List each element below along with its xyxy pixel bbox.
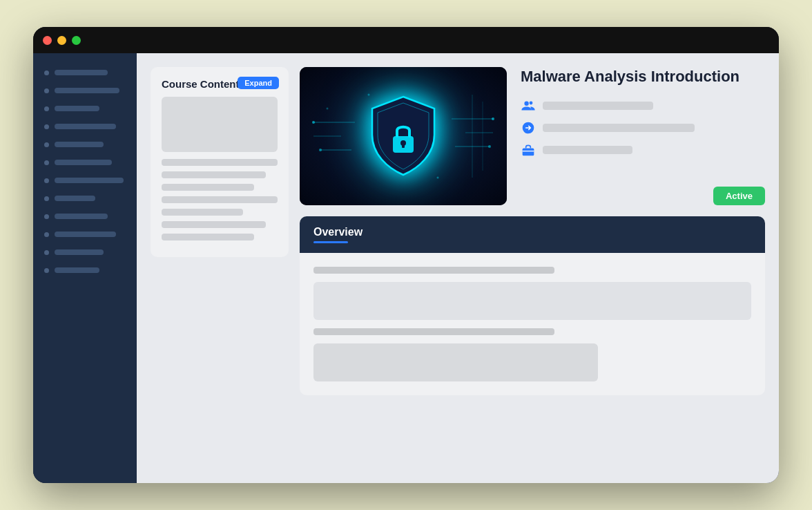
svg-point-3	[312, 121, 315, 124]
titlebar	[33, 27, 779, 53]
sidebar-item[interactable]	[44, 229, 126, 240]
sidebar-item[interactable]	[44, 121, 126, 132]
sidebar-line	[55, 196, 95, 201]
sidebar-item[interactable]	[44, 175, 126, 186]
sidebar-dot	[44, 196, 49, 201]
sidebar-item[interactable]	[44, 247, 126, 258]
content-placeholder-large	[162, 97, 278, 152]
main-content: Course Content Expand	[137, 53, 779, 483]
sidebar-dot	[44, 268, 49, 273]
overview-text-line	[313, 267, 554, 274]
content-line	[162, 184, 254, 191]
overview-header: Overview	[300, 216, 765, 253]
sidebar-dot	[44, 70, 49, 75]
info-bar-instructor	[543, 146, 632, 154]
arrow-icon	[521, 120, 536, 135]
content-line	[162, 234, 254, 240]
content-line	[162, 159, 278, 166]
sidebar-line	[55, 249, 104, 255]
svg-rect-17	[402, 144, 405, 148]
sidebar-item[interactable]	[44, 193, 126, 204]
info-bar-level	[543, 124, 695, 132]
browser-window: Course Content Expand	[33, 27, 779, 483]
overview-underline	[313, 241, 348, 243]
course-info: Malware Analysis Introduction	[521, 67, 765, 205]
sidebar-dot	[44, 160, 49, 165]
sidebar-item[interactable]	[44, 265, 126, 276]
sidebar-line	[55, 160, 112, 165]
sidebar-line	[55, 267, 99, 273]
sidebar-line	[55, 232, 116, 237]
briefcase-icon	[521, 142, 536, 158]
sidebar-line	[55, 124, 116, 129]
sidebar-line	[55, 88, 119, 93]
sidebar-dot	[44, 88, 49, 93]
overview-title: Overview	[313, 226, 751, 238]
app-body: Course Content Expand	[33, 53, 779, 483]
sidebar-dot	[44, 214, 49, 219]
sidebar-line	[55, 106, 99, 111]
course-image	[300, 67, 507, 205]
content-line	[162, 171, 266, 178]
sidebar-item[interactable]	[44, 139, 126, 150]
svg-point-9	[488, 145, 491, 148]
svg-point-8	[492, 117, 494, 120]
shield-visual	[300, 67, 507, 205]
sidebar-dot	[44, 142, 49, 147]
overview-section: Overview	[300, 216, 765, 395]
info-bar-users	[543, 102, 653, 110]
overview-content-block-small	[313, 343, 598, 381]
close-dot[interactable]	[43, 36, 52, 45]
overview-body	[300, 253, 765, 395]
sidebar-dot	[44, 232, 49, 237]
minimize-dot[interactable]	[57, 36, 66, 45]
right-column: Malware Analysis Introduction	[300, 67, 765, 469]
sidebar-item[interactable]	[44, 67, 126, 78]
sidebar-dot	[44, 250, 49, 255]
course-title: Malware Analysis Introduction	[521, 67, 765, 87]
info-row-users	[521, 98, 765, 113]
content-line	[162, 209, 243, 216]
overview-content-block	[313, 282, 751, 320]
top-section: Malware Analysis Introduction	[300, 67, 765, 205]
sidebar-dot	[44, 178, 49, 183]
svg-point-18	[524, 101, 528, 105]
sidebar-item[interactable]	[44, 103, 126, 114]
sidebar	[33, 53, 137, 483]
sidebar-line	[55, 142, 104, 147]
svg-point-19	[530, 101, 533, 104]
sidebar-dot	[44, 124, 49, 129]
svg-rect-21	[523, 148, 534, 155]
expand-button[interactable]: Expand	[238, 77, 279, 89]
sidebar-dot	[44, 106, 49, 111]
content-line	[162, 196, 278, 203]
sidebar-item[interactable]	[44, 211, 126, 222]
sidebar-line	[55, 214, 108, 219]
overview-text-line	[313, 328, 554, 335]
users-icon	[521, 98, 536, 113]
info-row-briefcase	[521, 142, 765, 158]
maximize-dot[interactable]	[72, 36, 81, 45]
left-column: Course Content Expand	[151, 67, 289, 469]
info-row-arrow	[521, 120, 765, 135]
sidebar-item[interactable]	[44, 157, 126, 168]
sidebar-line	[55, 178, 124, 183]
svg-point-4	[319, 149, 322, 151]
course-content-card: Course Content Expand	[151, 67, 289, 257]
svg-point-14	[327, 108, 329, 110]
sidebar-line	[55, 70, 108, 75]
sidebar-item[interactable]	[44, 85, 126, 96]
content-line	[162, 221, 266, 228]
active-status-badge[interactable]: Active	[713, 187, 765, 205]
